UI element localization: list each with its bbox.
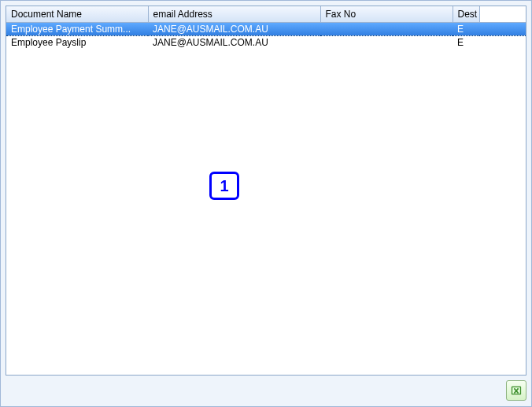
cell-fax (320, 23, 453, 36)
cell-dest: E (453, 23, 479, 36)
col-header-spacer (479, 6, 526, 23)
cell-document-name: Employee Payslip (6, 36, 148, 50)
col-header-dest[interactable]: Dest (453, 6, 479, 23)
cell-document-name: Employee Payment Summ... (6, 23, 148, 36)
cell-email: JANE@AUSMAIL.COM.AU (148, 23, 320, 36)
callout-label: 1 (220, 178, 228, 194)
cell-spacer (479, 23, 526, 36)
document-table: Document Name email Address Fax No Dest … (6, 6, 526, 50)
col-header-email-address[interactable]: email Address (148, 6, 320, 23)
cell-fax (320, 36, 453, 50)
table-header-row: Document Name email Address Fax No Dest (6, 6, 526, 23)
export-button[interactable] (506, 380, 526, 401)
grid-container: Document Name email Address Fax No Dest … (6, 6, 526, 376)
table-row[interactable]: Employee Payment Summ... JANE@AUSMAIL.CO… (6, 23, 526, 36)
callout-marker-1: 1 (209, 172, 239, 200)
cell-dest: E (453, 36, 479, 50)
table-row[interactable]: Employee Payslip JANE@AUSMAIL.COM.AU E (6, 36, 526, 50)
col-header-fax-no[interactable]: Fax No (320, 6, 453, 23)
export-excel-icon (511, 385, 522, 396)
col-header-document-name[interactable]: Document Name (6, 6, 148, 23)
footer-bar (6, 379, 526, 401)
cell-email: JANE@AUSMAIL.COM.AU (148, 36, 320, 50)
cell-spacer (479, 36, 526, 50)
window-panel: Document Name email Address Fax No Dest … (0, 0, 532, 407)
